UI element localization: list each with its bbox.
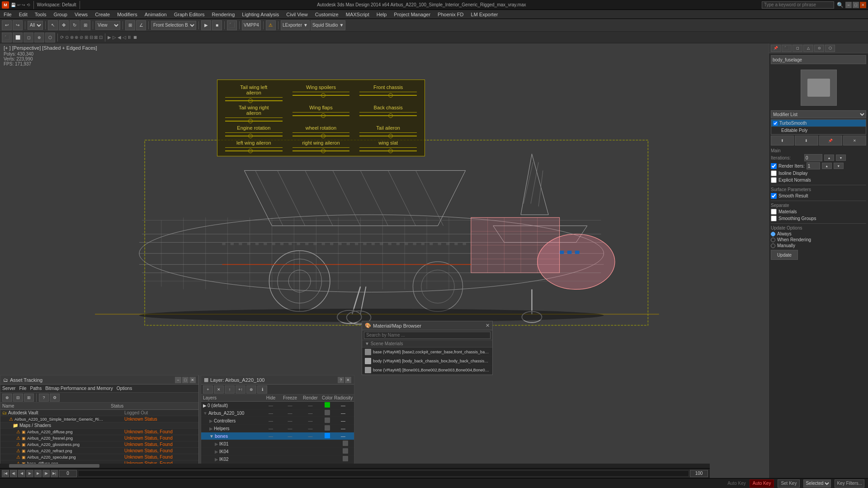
layer-add-sel-btn[interactable]: +↑ [236, 385, 245, 394]
slider-ws[interactable] [292, 95, 350, 96]
menu-maxscript[interactable]: MAXScript [344, 12, 371, 17]
rotate-btn[interactable]: ↻ [70, 20, 80, 30]
ts-ri-up[interactable]: ▲ [822, 163, 832, 169]
transform-select[interactable]: Front Selection B... [151, 21, 196, 30]
at-menu-file[interactable]: File [19, 386, 26, 391]
modifier-editable-poly[interactable]: Editable Poly [771, 127, 866, 134]
warning-btn[interactable]: ⚠ [266, 20, 276, 30]
redo-btn[interactable]: ↪ [13, 20, 23, 30]
layer-hl-btn[interactable]: ⊕ [246, 385, 256, 394]
asset-row[interactable]: ⚠ ▣ Airbus_A220_glossiness.png Unknown S… [0, 441, 198, 448]
move-btn[interactable]: ✥ [59, 20, 69, 30]
at-toolbar-btn2[interactable]: ⊟ [13, 394, 23, 402]
ts-smoothing-check[interactable] [771, 216, 777, 221]
view-select[interactable]: View [95, 21, 120, 30]
slider-wsl[interactable] [359, 150, 417, 151]
ts-render-iters-input[interactable] [807, 162, 820, 169]
ts-always-radio[interactable] [771, 232, 775, 236]
layer-add-btn[interactable]: + [203, 385, 213, 394]
layer-color-cell[interactable] [321, 402, 334, 408]
menu-help[interactable]: Help [375, 12, 389, 17]
mat-item[interactable]: bone (VRayMtl) [Bone001,Bone002,Bone003,… [362, 366, 492, 375]
control-front-chassis[interactable]: Front chassis [356, 84, 420, 101]
at-help-btn[interactable]: ? [39, 394, 49, 402]
ts-update-btn[interactable]: Update [771, 250, 798, 260]
layer-sel-btn[interactable]: ↑ [225, 385, 235, 394]
menu-customize[interactable]: Customize [313, 12, 340, 17]
mat-item[interactable]: base (VRayMtl) [base2,cockpit_center_bas… [362, 347, 492, 357]
ts-iterations-input[interactable] [804, 154, 822, 161]
anim-last-frame[interactable]: ▶| [51, 470, 58, 477]
menu-animation[interactable]: Animation [143, 12, 169, 17]
menu-civil[interactable]: Civil View [284, 12, 309, 17]
ts-manually-radio[interactable] [771, 244, 775, 248]
anim-key-track[interactable] [78, 470, 689, 477]
title-search-input[interactable] [762, 1, 834, 9]
set-key-btn[interactable]: Set Key [778, 479, 800, 488]
menu-modifiers[interactable]: Modifiers [115, 12, 139, 17]
slider-bc[interactable] [359, 115, 417, 116]
selected-dropdown[interactable]: Selected [803, 479, 831, 488]
menu-rendering[interactable]: Rendering [210, 12, 237, 17]
layer-help-btn[interactable]: ? [338, 377, 344, 383]
mod-stack-btn4[interactable]: ✕ [843, 136, 866, 145]
layer-color-cell[interactable] [339, 448, 352, 455]
asset-row[interactable]: ⚠ ▣ Airbus_A220_refract.png Unknown Stat… [0, 448, 198, 454]
select-btn[interactable]: ↖ [48, 20, 58, 30]
mod-pin-btn[interactable]: 📌 [771, 45, 781, 52]
asset-restore-btn[interactable]: □ [182, 377, 189, 383]
vmpp4-btn[interactable]: VMPP4 [242, 20, 261, 30]
layer-color-cell[interactable] [321, 410, 334, 416]
modifier-list-select[interactable]: Modifier List [771, 110, 866, 118]
ts-isoline-check[interactable] [771, 170, 777, 176]
minimize-button[interactable]: − [845, 2, 852, 8]
control-wheel-rotation[interactable]: wheel rotation [289, 125, 353, 136]
layer-row[interactable]: ▼ Airbus_A220_100 — — — — [201, 409, 354, 417]
ts-render-iters-check[interactable] [771, 163, 777, 169]
control-wing-slat[interactable]: wing slat [356, 140, 420, 151]
ts-ri-down[interactable]: ▼ [834, 163, 844, 169]
layer-color-cell[interactable] [339, 456, 352, 462]
at-menu-options[interactable]: Options [117, 386, 132, 391]
mod-channel5-btn[interactable]: ⬡ [825, 45, 835, 52]
mod-stack-btn1[interactable]: ⬆ [771, 136, 794, 145]
asset-close-btn[interactable]: ✕ [189, 377, 196, 383]
modifier-turbosmooth[interactable]: TurboSmooth [771, 120, 866, 127]
mod-channel4-btn[interactable]: ⊙ [814, 45, 824, 52]
layer-close-btn[interactable]: ✕ [345, 377, 351, 383]
angle-snap-btn[interactable]: ∠ [136, 20, 146, 30]
layer-del-btn[interactable]: ✕ [214, 385, 224, 394]
anim-prev-frame[interactable]: ◀ [18, 470, 25, 477]
slider-er[interactable] [225, 136, 283, 136]
h-scrollbar[interactable] [0, 464, 710, 468]
menu-edit[interactable]: Edit [17, 12, 29, 17]
mod-channel1-btn[interactable]: ⬛ [782, 45, 792, 52]
ts-iter-up[interactable]: ▲ [824, 155, 834, 161]
play-btn[interactable]: ▶ [201, 20, 211, 30]
control-tail-wing-right[interactable]: Tail wing rightaileron [222, 105, 286, 122]
asset-row[interactable]: ⚠ ▣ Airbus_A220_diffuse.png Unknown Stat… [0, 429, 198, 435]
asset-row[interactable]: ⚠ ▣ Airbus_A220_specular.png Unknown Sta… [0, 454, 198, 460]
asset-row[interactable]: ⚠ ▣ Airbus_A220_fresnel.png Unknown Stat… [0, 435, 198, 441]
ts-when-radio[interactable] [771, 238, 775, 242]
mat-search-input[interactable] [364, 332, 491, 339]
layer-color-cell[interactable] [321, 425, 334, 432]
tb2-btn1[interactable]: ⬛ [2, 33, 12, 42]
mat-item[interactable]: body (VRayMtl) [body_back_chassis_box,bo… [362, 357, 492, 366]
slider-rwa[interactable] [292, 150, 350, 151]
mod-stack-btn2[interactable]: ⬇ [795, 136, 818, 145]
control-engine-rotation[interactable]: Engine rotation [222, 125, 286, 136]
slider-fc[interactable] [359, 95, 417, 96]
anim-first-frame[interactable]: |◀ [2, 470, 9, 477]
slider-ta[interactable] [359, 136, 417, 136]
mod-checkbox-turbosmooth[interactable] [773, 121, 778, 126]
layer-row[interactable]: ▶ Helpers — — — — [201, 425, 354, 432]
selection-filter-select[interactable]: All [28, 21, 43, 30]
tb2-btn3[interactable]: ◻ [24, 33, 33, 42]
mat-browser-close-btn[interactable]: ✕ [486, 323, 490, 328]
menu-graph-editors[interactable]: Graph Editors [172, 12, 207, 17]
ts-explicit-check[interactable] [771, 177, 777, 183]
menu-views[interactable]: Views [73, 12, 90, 17]
mod-stack-btn3[interactable]: 📌 [819, 136, 842, 145]
asset-row[interactable]: ⚠ Airbus_A220_100_Simple_Interior_Generi… [0, 416, 198, 422]
